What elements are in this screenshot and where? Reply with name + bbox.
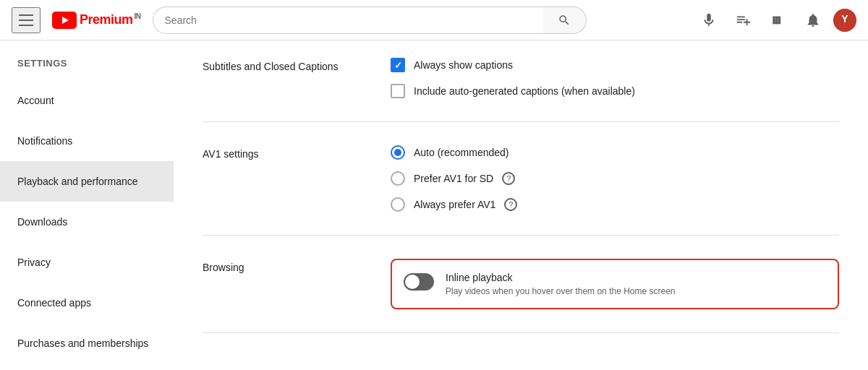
sidebar-item-downloads[interactable]: Downloads xyxy=(0,202,174,242)
logo[interactable]: PremiumIN xyxy=(52,12,141,29)
sidebar-item-account-label: Account xyxy=(17,95,54,106)
header-left: PremiumIN xyxy=(12,7,141,33)
inline-playback-toggle[interactable] xyxy=(404,273,434,291)
sidebar-item-notifications[interactable]: Notifications xyxy=(0,121,174,161)
header: PremiumIN xyxy=(0,0,868,40)
av1-prefer-sd-item[interactable]: Prefer AV1 for SD ? xyxy=(391,171,839,186)
search-bar xyxy=(153,7,587,34)
inline-playback-container: Inline playback Play videos when you hov… xyxy=(391,259,839,309)
sidebar-item-privacy-label: Privacy xyxy=(17,257,51,268)
notifications-button[interactable] xyxy=(799,6,827,35)
bell-icon xyxy=(805,12,821,28)
mic-button[interactable] xyxy=(694,6,723,35)
av1-always-prefer-radio[interactable] xyxy=(391,197,405,212)
sidebar-item-connected-apps-label: Connected apps xyxy=(17,297,91,309)
sidebar-item-downloads-label: Downloads xyxy=(17,216,67,228)
av1-always-prefer-help-icon[interactable]: ? xyxy=(504,198,517,211)
svg-text:Y: Y xyxy=(841,13,848,25)
avatar-image: Y xyxy=(833,9,856,32)
av1-prefer-sd-radio[interactable] xyxy=(391,171,405,186)
sidebar-item-notifications-label: Notifications xyxy=(17,135,72,147)
auto-generated-captions-item[interactable]: Include auto-generated captions (when av… xyxy=(391,84,839,98)
sidebar-item-account[interactable]: Account xyxy=(0,80,174,121)
sidebar-item-purchases-label: Purchases and memberships xyxy=(17,337,148,349)
av1-auto-label: Auto (recommended) xyxy=(414,147,509,158)
youtube-logo-icon xyxy=(52,12,77,29)
apps-button[interactable] xyxy=(764,6,793,35)
search-icon xyxy=(558,14,571,27)
sidebar-item-connected-apps[interactable]: Connected apps xyxy=(0,283,174,323)
av1-auto-radio[interactable] xyxy=(391,145,405,160)
main-layout: SETTINGS Account Notifications Playback … xyxy=(0,40,868,370)
av1-label: AV1 settings xyxy=(203,145,362,212)
always-show-captions-checkbox[interactable] xyxy=(391,58,405,72)
search-button[interactable] xyxy=(543,7,587,34)
always-show-captions-label: Always show captions xyxy=(414,59,513,71)
create-icon xyxy=(736,12,752,28)
sidebar-item-privacy[interactable]: Privacy xyxy=(0,242,174,283)
header-right: Y xyxy=(694,6,856,35)
av1-auto-item[interactable]: Auto (recommended) xyxy=(391,145,839,160)
subtitles-label: Subtitles and Closed Captions xyxy=(203,58,362,98)
browsing-label: Browsing xyxy=(203,259,362,309)
mic-icon xyxy=(701,12,717,28)
av1-always-prefer-label: Always prefer AV1 xyxy=(414,199,495,210)
auto-generated-captions-checkbox[interactable] xyxy=(391,84,405,98)
subtitles-options: Always show captions Include auto-genera… xyxy=(391,58,839,98)
av1-options: Auto (recommended) Prefer AV1 for SD ? A… xyxy=(391,145,839,212)
av1-section: AV1 settings Auto (recommended) Prefer A… xyxy=(203,122,839,236)
sidebar-item-playback[interactable]: Playback and performance xyxy=(0,161,174,202)
inline-playback-description: Play videos when you hover over them on … xyxy=(446,286,826,296)
subtitles-section: Subtitles and Closed Captions Always sho… xyxy=(203,58,839,122)
content-area: Subtitles and Closed Captions Always sho… xyxy=(174,40,868,370)
apps-icon xyxy=(770,12,786,28)
settings-title: SETTINGS xyxy=(0,52,174,80)
sidebar-item-purchases[interactable]: Purchases and memberships xyxy=(0,323,174,363)
av1-always-prefer-item[interactable]: Always prefer AV1 ? xyxy=(391,197,839,212)
create-button[interactable] xyxy=(729,6,758,35)
sidebar: SETTINGS Account Notifications Playback … xyxy=(0,40,174,370)
auto-generated-captions-label: Include auto-generated captions (when av… xyxy=(414,85,635,97)
menu-button[interactable] xyxy=(12,7,41,33)
browsing-options: Inline playback Play videos when you hov… xyxy=(391,259,839,309)
search-input[interactable] xyxy=(153,7,543,34)
inline-playback-info: Inline playback Play videos when you hov… xyxy=(446,272,826,296)
always-show-captions-item[interactable]: Always show captions xyxy=(391,58,839,72)
sidebar-item-playback-label: Playback and performance xyxy=(17,176,138,187)
av1-prefer-sd-label: Prefer AV1 for SD xyxy=(414,173,493,184)
inline-playback-title: Inline playback xyxy=(446,272,826,283)
toggle-track xyxy=(404,273,434,291)
av1-prefer-sd-help-icon[interactable]: ? xyxy=(502,172,515,185)
avatar[interactable]: Y xyxy=(833,9,856,32)
toggle-thumb xyxy=(405,275,420,289)
browsing-section: Browsing Inline playback Play videos whe… xyxy=(203,236,839,333)
logo-text: PremiumIN xyxy=(80,12,141,27)
